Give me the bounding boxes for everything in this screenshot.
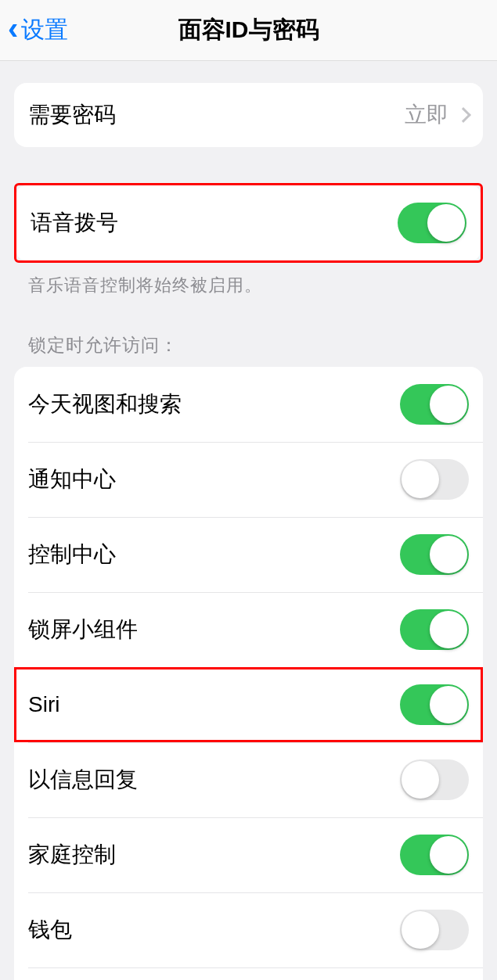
lock-access-label: 以信息回复 [28,765,138,795]
page-title: 面容ID与密码 [178,14,319,46]
lock-access-label: 锁屏小组件 [28,615,138,644]
chevron-right-icon [456,107,471,123]
lock-access-label: 控制中心 [28,540,116,569]
lock-access-label: Siri [28,692,59,717]
voice-dial-toggle[interactable] [398,203,466,243]
lock-access-toggle[interactable] [400,609,469,650]
nav-header: ‹ 设置 面容ID与密码 [0,0,497,61]
lock-access-row: Siri [14,667,483,742]
lock-access-label: 通知中心 [28,465,116,494]
lock-access-label: 家庭控制 [28,840,116,870]
lock-access-row: 家庭控制 [14,817,483,892]
lock-access-toggle[interactable] [400,759,469,800]
lock-access-toggle[interactable] [400,459,469,500]
lock-access-toggle[interactable] [400,534,469,575]
back-button[interactable]: ‹ 设置 [8,0,68,60]
lock-access-toggle[interactable] [400,835,469,875]
require-passcode-group: 需要密码 立即 [14,83,483,147]
lock-access-group: 今天视图和搜索通知中心控制中心锁屏小组件Siri以信息回复家庭控制钱包回拨未接来… [14,367,483,980]
voice-dial-row: 语音拨号 [16,185,481,260]
lock-access-row: 今天视图和搜索 [14,367,483,442]
lock-access-label: 今天视图和搜索 [28,389,182,419]
lock-access-row: 通知中心 [14,442,483,517]
require-passcode-value: 立即 [405,100,448,130]
lock-access-toggle[interactable] [400,384,469,425]
lock-access-row: 钱包 [14,892,483,967]
lock-access-label: 钱包 [28,915,72,945]
lock-access-toggle[interactable] [400,910,469,950]
lock-access-row: 以信息回复 [14,742,483,817]
require-passcode-row[interactable]: 需要密码 立即 [14,83,483,147]
lock-access-row: 控制中心 [14,517,483,592]
lock-access-row: 回拨未接来电 [14,967,483,980]
lock-access-row: 锁屏小组件 [14,592,483,667]
voice-dial-label: 语音拨号 [31,208,118,238]
voice-dial-hint: 音乐语音控制将始终被启用。 [14,263,483,297]
voice-dial-highlight: 语音拨号 [14,183,483,263]
chevron-left-icon: ‹ [8,11,18,46]
lock-access-section-label: 锁定时允许访问： [14,297,483,367]
back-label: 设置 [21,14,68,46]
lock-access-toggle[interactable] [400,684,469,725]
require-passcode-label: 需要密码 [28,100,116,130]
